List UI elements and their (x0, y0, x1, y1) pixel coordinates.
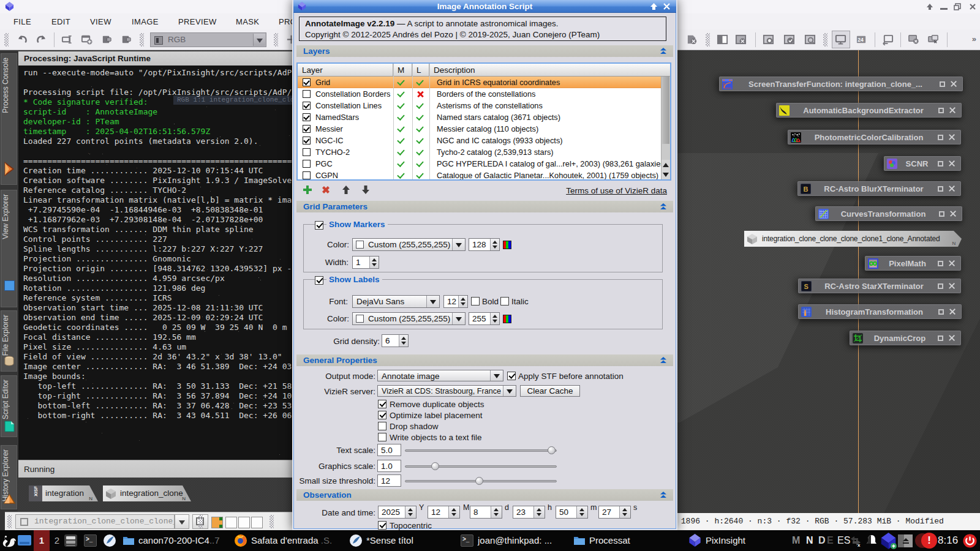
svg-text:S: S (804, 283, 809, 290)
svg-text:24: 24 (858, 37, 864, 43)
svg-text:B: B (804, 186, 809, 193)
svg-text:x: x (858, 542, 861, 547)
